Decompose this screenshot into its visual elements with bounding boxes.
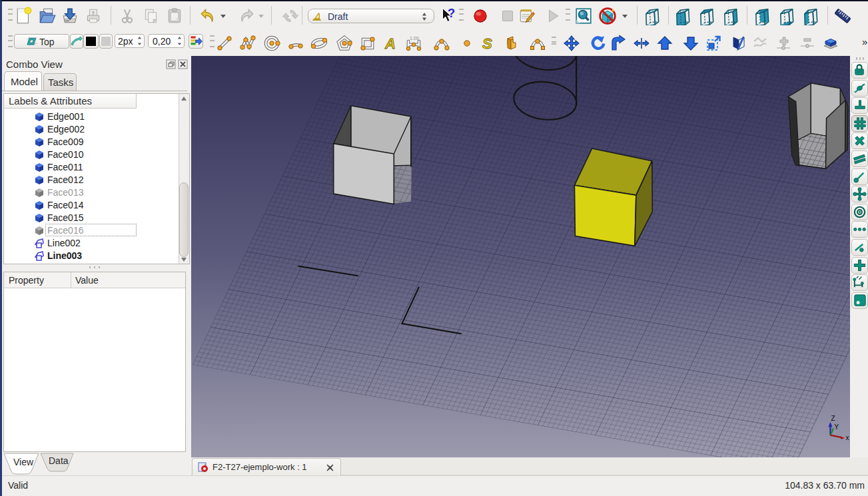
svg-text:S: S: [482, 35, 492, 52]
svg-text:x: x: [846, 434, 849, 441]
svg-text:Data: Data: [49, 455, 69, 466]
svg-text:1.00: 1.00: [410, 36, 419, 41]
svg-text:View: View: [13, 457, 34, 467]
svg-text:?: ?: [448, 7, 455, 20]
svg-text:Z: Z: [831, 415, 835, 422]
svg-text:A: A: [384, 35, 396, 52]
svg-text:Y: Y: [835, 423, 839, 431]
